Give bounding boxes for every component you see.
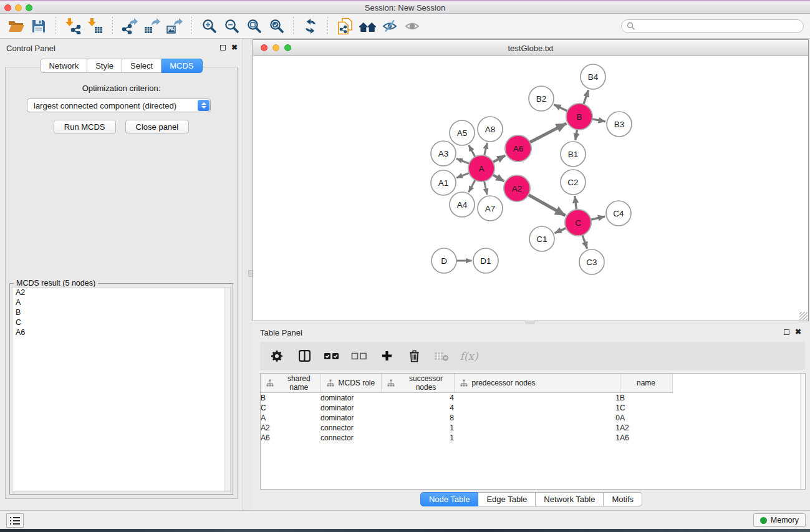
table-cell[interactable]: A: [620, 413, 672, 423]
app-titlebar[interactable]: Session: New Session: [0, 1, 810, 14]
tab-edge-table[interactable]: Edge Table: [478, 492, 536, 506]
table-cell[interactable]: A6: [261, 433, 321, 443]
node-table-grid[interactable]: shared nameMCDS rolesuccessor nodesprede…: [261, 374, 673, 443]
close-panel-button[interactable]: Close panel: [125, 120, 190, 133]
select-all-button[interactable]: [321, 346, 342, 367]
graph-edge[interactable]: [493, 175, 504, 181]
network-from-file-button[interactable]: [334, 16, 356, 37]
export-network-button[interactable]: [118, 16, 141, 37]
float-panel-icon[interactable]: [220, 45, 226, 51]
table-cell[interactable]: A: [261, 413, 321, 423]
memory-button[interactable]: Memory: [753, 513, 806, 527]
table-cell[interactable]: 4: [381, 403, 454, 413]
refresh-layout-button[interactable]: [299, 16, 322, 37]
import-network-button[interactable]: [62, 16, 84, 37]
table-row[interactable]: Adominator80A: [261, 413, 672, 423]
tab-mcds[interactable]: MCDS: [162, 59, 202, 73]
import-table-button[interactable]: [84, 16, 107, 37]
column-header-name[interactable]: name: [620, 374, 672, 393]
graph-edge[interactable]: [456, 158, 470, 163]
task-history-button[interactable]: [6, 513, 24, 528]
zoom-out-button[interactable]: [220, 16, 243, 37]
mcds-result-item[interactable]: A: [12, 297, 230, 307]
graph-edge[interactable]: [530, 123, 567, 142]
mcds-list-scrollbar[interactable]: [224, 288, 230, 491]
graph-edge[interactable]: [528, 195, 565, 215]
network-canvas[interactable]: B4B2BB3A8A5A6A3B1AC2A1A2A4A7C4CC1C3DD1: [253, 56, 808, 321]
table-cell[interactable]: connector: [321, 433, 381, 443]
criterion-select[interactable]: largest connected component (directed): [27, 99, 211, 112]
search-input[interactable]: [639, 21, 798, 31]
tab-style[interactable]: Style: [87, 59, 122, 73]
table-cell[interactable]: 1: [454, 403, 620, 413]
deselect-all-button[interactable]: [349, 346, 370, 367]
table-cell[interactable]: 4: [381, 393, 454, 403]
tab-network-table[interactable]: Network Table: [536, 492, 604, 506]
graph-edge[interactable]: [591, 216, 605, 220]
save-session-button[interactable]: [27, 16, 50, 37]
graph-edge[interactable]: [575, 196, 577, 210]
table-cell[interactable]: A2: [620, 423, 672, 433]
table-cell[interactable]: C: [620, 403, 672, 413]
close-table-panel-icon[interactable]: ✖: [795, 328, 801, 336]
mcds-result-item[interactable]: B: [12, 307, 230, 317]
column-header-shared-name[interactable]: shared name: [261, 374, 321, 393]
export-table-button[interactable]: [141, 16, 163, 37]
table-cell[interactable]: 0: [454, 413, 620, 423]
column-header-predecessor-nodes[interactable]: predecessor nodes: [454, 374, 620, 393]
graph-edge[interactable]: [592, 119, 605, 122]
table-cell[interactable]: A6: [620, 433, 672, 443]
table-row[interactable]: A6connector11A6: [261, 433, 672, 443]
tab-motifs[interactable]: Motifs: [604, 492, 642, 506]
graph-edge[interactable]: [456, 173, 469, 178]
table-cell[interactable]: 1: [381, 433, 454, 443]
table-cell[interactable]: B: [261, 393, 321, 403]
table-settings-gear-button[interactable]: [266, 346, 287, 367]
table-cell[interactable]: 1: [381, 423, 454, 433]
tab-select[interactable]: Select: [122, 59, 162, 73]
graph-edge[interactable]: [469, 145, 475, 157]
mcds-result-list[interactable]: A2ABCA6: [12, 287, 231, 492]
graph-edge[interactable]: [584, 90, 589, 104]
column-header-successor-nodes[interactable]: successor nodes: [381, 374, 454, 393]
column-header-mcds-role[interactable]: MCDS role: [321, 374, 381, 393]
open-file-button[interactable]: [5, 16, 27, 37]
graph-edge[interactable]: [555, 228, 566, 233]
table-cell[interactable]: 1: [454, 423, 620, 433]
export-image-button[interactable]: [163, 16, 186, 37]
zoom-fit-button[interactable]: [243, 16, 265, 37]
mcds-result-item[interactable]: A6: [12, 327, 230, 337]
hide-panel-button[interactable]: [378, 16, 401, 37]
table-row[interactable]: Bdominator41B: [261, 393, 672, 403]
table-cell[interactable]: A2: [261, 423, 321, 433]
graph-edge[interactable]: [576, 130, 577, 140]
graph-edge[interactable]: [484, 181, 487, 195]
resize-grip-icon[interactable]: [799, 312, 808, 320]
graph-edge[interactable]: [582, 235, 587, 249]
graph-edge[interactable]: [554, 105, 567, 111]
run-mcds-button[interactable]: Run MCDS: [54, 120, 116, 133]
table-cell[interactable]: dominator: [321, 393, 381, 403]
delete-column-button[interactable]: [403, 346, 425, 367]
table-cell[interactable]: dominator: [321, 403, 381, 413]
table-cell[interactable]: connector: [321, 423, 381, 433]
table-cell[interactable]: 1: [454, 433, 620, 443]
tab-node-table[interactable]: Node Table: [420, 492, 479, 506]
column-selector-button[interactable]: [294, 346, 315, 367]
zoom-selected-button[interactable]: [265, 16, 287, 37]
table-cell[interactable]: 1: [454, 393, 620, 403]
table-row[interactable]: A2connector11A2: [261, 423, 672, 433]
network-graph[interactable]: B4B2BB3A8A5A6A3B1AC2A1A2A4A7C4CC1C3DD1: [253, 56, 808, 321]
home-button[interactable]: [356, 16, 378, 37]
graph-edge[interactable]: [469, 180, 475, 193]
table-cell[interactable]: B: [620, 393, 672, 403]
table-cell[interactable]: 8: [381, 413, 454, 423]
graph-edge[interactable]: [493, 155, 505, 162]
table-cell[interactable]: dominator: [321, 413, 381, 423]
network-window-titlebar[interactable]: testGlobe.txt: [253, 40, 808, 56]
float-table-panel-icon[interactable]: [784, 329, 789, 335]
graph-edge[interactable]: [485, 143, 488, 156]
close-panel-icon[interactable]: ✖: [231, 44, 238, 51]
add-column-button[interactable]: [376, 346, 397, 367]
table-row[interactable]: Cdominator41C: [261, 403, 672, 413]
